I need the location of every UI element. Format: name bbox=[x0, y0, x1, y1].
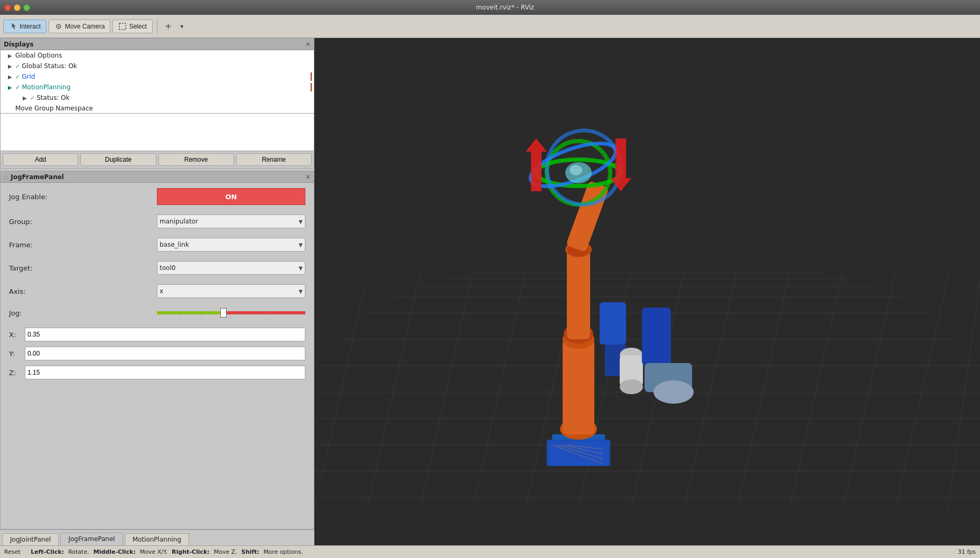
tree-label-motion-planning: MotionPlanning bbox=[22, 83, 70, 91]
jog-x-row: X: bbox=[9, 328, 305, 341]
titlebar: moveit.rviz* - RViz bbox=[0, 0, 980, 15]
left-click-desc: Rotate. bbox=[68, 548, 89, 555]
add-display-button[interactable]: Add bbox=[3, 153, 78, 166]
toolbar-dropdown-button[interactable]: ▾ bbox=[177, 21, 186, 32]
shift-desc: More options. bbox=[264, 548, 303, 555]
tree-label-global-status: Global Status: Ok bbox=[22, 62, 77, 70]
select-icon bbox=[118, 22, 127, 31]
tree-item-motion-planning[interactable]: ▶ ✓ MotionPlanning bbox=[1, 82, 314, 92]
jog-z-input[interactable] bbox=[25, 366, 305, 379]
svg-point-1 bbox=[58, 25, 60, 27]
jog-tick-1 bbox=[179, 311, 180, 315]
rename-display-button[interactable]: Rename bbox=[236, 153, 312, 166]
jog-slider-label: Jog: bbox=[9, 309, 157, 317]
displays-title: Displays bbox=[4, 41, 34, 48]
tree-label-status-ok: Status: Ok bbox=[36, 94, 70, 101]
jog-group-select[interactable]: manipulator ▼ bbox=[157, 215, 305, 228]
jog-panel-icon: ◇ bbox=[4, 173, 8, 181]
jog-tick-2 bbox=[201, 311, 202, 315]
shift-label: Shift: bbox=[241, 548, 259, 555]
jog-slider-thumb[interactable] bbox=[220, 308, 227, 318]
right-click-label: Right-Click: bbox=[172, 548, 210, 555]
grid-checkbox[interactable] bbox=[311, 73, 312, 80]
3d-viewport[interactable] bbox=[314, 38, 980, 545]
jog-frame-panel: ◇ JogFramePanel ✕ Jog Enable: ON Group: … bbox=[0, 171, 314, 529]
tree-item-move-group[interactable]: Move Group Namespace bbox=[1, 103, 314, 114]
right-click-desc: Move Z. bbox=[214, 548, 237, 555]
jog-group-row: Group: manipulator ▼ bbox=[9, 215, 305, 228]
move-camera-button[interactable]: Move Camera bbox=[49, 20, 110, 33]
jog-frame-select[interactable]: base_link ▼ bbox=[157, 238, 305, 252]
tree-check-motion-planning: ✓ bbox=[15, 84, 20, 91]
jog-axis-label: Axis: bbox=[9, 287, 157, 295]
jog-panel-close-button[interactable]: ✕ bbox=[305, 173, 311, 181]
motion-planning-checkbox-icon bbox=[311, 83, 312, 91]
jog-slider-container[interactable] bbox=[157, 308, 305, 318]
jog-y-label: Y: bbox=[9, 350, 25, 358]
jog-frame-label: Frame: bbox=[9, 241, 157, 249]
left-panel: Displays ✕ ▶ Global Options ▶ ✓ Global S… bbox=[0, 38, 314, 545]
displays-tree[interactable]: ▶ Global Options ▶ ✓ Global Status: Ok ▶… bbox=[1, 50, 314, 114]
bottom-tabs: JogJointPanel JogFramePanel MotionPlanni… bbox=[0, 529, 314, 545]
displays-buttons: Add Duplicate Remove Rename bbox=[1, 151, 314, 168]
remove-display-button[interactable]: Remove bbox=[158, 153, 234, 166]
tab-jog-joint-panel[interactable]: JogJointPanel bbox=[2, 533, 59, 545]
statusbar: Reset Left-Click: Rotate. Middle-Click: … bbox=[0, 545, 980, 558]
jog-x-label: X: bbox=[9, 331, 25, 339]
reset-button[interactable]: Reset bbox=[4, 548, 21, 555]
tree-item-global-status[interactable]: ▶ ✓ Global Status: Ok bbox=[1, 61, 314, 71]
tree-arrow-global-status: ▶ bbox=[8, 63, 15, 69]
tree-item-grid[interactable]: ▶ ✓ Grid bbox=[1, 71, 314, 82]
tree-arrow-global-options: ▶ bbox=[8, 53, 15, 59]
jog-axis-row: Axis: x ▼ bbox=[9, 284, 305, 298]
tree-item-status-ok[interactable]: ▶ ✓ Status: Ok bbox=[1, 92, 314, 103]
tree-item-global-options[interactable]: ▶ Global Options bbox=[1, 50, 314, 61]
duplicate-display-button[interactable]: Duplicate bbox=[80, 153, 156, 166]
tab-motion-planning[interactable]: MotionPlanning bbox=[125, 533, 189, 545]
displays-empty-area bbox=[1, 114, 314, 151]
jog-z-row: Z: bbox=[9, 366, 305, 379]
jog-group-label: Group: bbox=[9, 218, 157, 226]
svg-rect-3 bbox=[314, 75, 980, 508]
interact-icon bbox=[9, 22, 17, 31]
tree-check-grid: ✓ bbox=[15, 73, 20, 80]
minimize-button[interactable] bbox=[14, 4, 21, 11]
displays-header: Displays ✕ bbox=[1, 39, 314, 50]
jog-enable-button[interactable]: ON bbox=[157, 188, 305, 205]
interact-button[interactable]: Interact bbox=[3, 20, 46, 33]
add-tool-button[interactable]: + bbox=[162, 19, 175, 33]
tree-arrow-grid: ▶ bbox=[8, 74, 15, 80]
jog-enable-row: Jog Enable: ON bbox=[9, 188, 305, 205]
jog-y-input[interactable] bbox=[25, 347, 305, 360]
tree-label-grid: Grid bbox=[22, 73, 35, 80]
jog-tick-3 bbox=[268, 311, 269, 315]
tree-check-global-status: ✓ bbox=[15, 63, 20, 70]
svg-point-43 bbox=[620, 379, 643, 394]
fps-counter: 31 fps bbox=[958, 548, 976, 555]
svg-rect-58 bbox=[642, 308, 671, 366]
svg-rect-39 bbox=[600, 302, 626, 345]
displays-close-button[interactable]: ✕ bbox=[305, 41, 311, 48]
left-click-label: Left-Click: bbox=[31, 548, 64, 555]
close-button[interactable] bbox=[4, 4, 11, 11]
jog-x-input[interactable] bbox=[25, 328, 305, 341]
jog-panel-title: ◇ JogFramePanel bbox=[4, 173, 64, 181]
maximize-button[interactable] bbox=[23, 4, 30, 11]
jog-frame-select-arrow: ▼ bbox=[298, 242, 303, 248]
tree-check-status-ok: ✓ bbox=[30, 95, 35, 101]
statusbar-separator bbox=[25, 548, 27, 555]
select-button[interactable]: Select bbox=[113, 20, 152, 33]
svg-rect-35 bbox=[567, 249, 590, 339]
jog-panel-header: ◇ JogFramePanel ✕ bbox=[1, 171, 314, 183]
jog-axis-select[interactable]: x ▼ bbox=[157, 284, 305, 298]
title-buttons bbox=[4, 4, 30, 11]
jog-y-row: Y: bbox=[9, 347, 305, 360]
jog-frame-row: Frame: base_link ▼ bbox=[9, 238, 305, 252]
toolbar-separator bbox=[157, 19, 157, 34]
motion-planning-checkbox[interactable] bbox=[311, 83, 312, 91]
tab-jog-frame-panel[interactable]: JogFramePanel bbox=[60, 533, 123, 545]
jog-target-select[interactable]: tool0 ▼ bbox=[157, 261, 305, 275]
middle-click-desc: Move X/Y. bbox=[140, 548, 167, 555]
jog-slider-row: Jog: bbox=[9, 308, 305, 318]
jog-content: Jog Enable: ON Group: manipulator ▼ Fram… bbox=[1, 183, 314, 390]
